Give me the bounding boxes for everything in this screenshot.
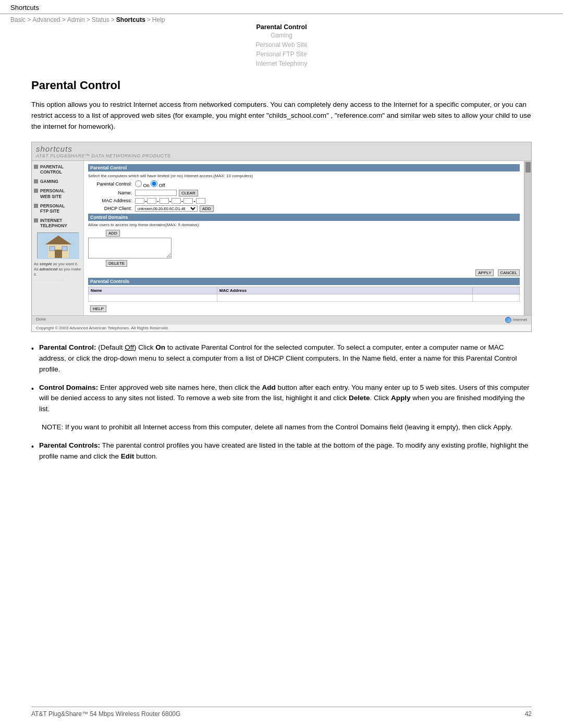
sim-apply-button[interactable]: APPLY	[475, 269, 494, 276]
sim-table-col-empty	[472, 287, 519, 294]
bullet-text-1b: ) Click	[134, 343, 155, 351]
sim-nav-gaming[interactable]: GAMING	[34, 179, 81, 184]
sim-internet-label: Internet	[513, 317, 527, 322]
note-apply-bold: Apply	[493, 423, 510, 431]
note-text-after: .	[510, 423, 512, 431]
bullet-section: • Parental Control: (Default Off) Click …	[31, 342, 532, 462]
bullet-delete-bold: Delete	[349, 394, 370, 402]
sim-cancel-button[interactable]: CANCEL	[498, 269, 520, 276]
sim-radio-off-label: Off	[159, 183, 165, 188]
breadcrumb-help[interactable]: Help	[152, 16, 165, 23]
top-bar-title: Shortcuts	[10, 4, 39, 11]
sim-parental-label: Parental Control:	[88, 181, 135, 187]
sim-nav-label-personal-ftp: PERSONALFTP SITE	[40, 203, 65, 214]
sim-nav-personal-web[interactable]: PERSONALWEB SITE	[34, 188, 81, 199]
sim-section-controls-table: Parental Controls	[88, 278, 520, 285]
sim-internet-indicator: Internet	[505, 317, 527, 323]
bullet-apply-bold: Apply	[391, 394, 411, 402]
bullet-text-3a: The parental control profiles you have c…	[39, 441, 528, 460]
sim-globe-icon	[505, 317, 511, 323]
main-content: Parental Control This option allows you …	[0, 73, 563, 480]
nav-item-parental-control[interactable]: Parental Control	[10, 23, 553, 31]
bullet-item-parental-controls: • Parental Controls: The parental contro…	[31, 440, 532, 462]
sim-mac-seg5[interactable]	[183, 198, 193, 204]
sim-nav-icon	[34, 189, 38, 193]
sim-nav-personal-ftp[interactable]: PERSONALFTP SITE	[34, 203, 81, 214]
bullet-text-domains: Control Domains: Enter approved web site…	[39, 382, 532, 415]
sim-radio-on-label: On	[143, 183, 150, 188]
sim-section-domains: Control Domains	[88, 214, 520, 221]
sim-delete-button[interactable]: DELETE	[106, 260, 127, 267]
sim-radio-on[interactable]: On	[135, 180, 150, 188]
page-footer: AT&T Plug&Share™ 54 Mbps Wireless Router…	[31, 707, 532, 718]
sim-nav-label-personal-web: PERSONALWEB SITE	[40, 188, 65, 199]
sim-dots: · · · · · · · · · · · · · · ·	[34, 278, 81, 282]
sim-copyright: Copyright © 2003 Advanced American Telep…	[32, 324, 531, 331]
breadcrumb-advanced[interactable]: Advanced	[32, 16, 60, 23]
sim-sidebar: PARENTALCONTROL GAMING PERSONALWEB SITE …	[32, 161, 84, 315]
sim-apply-cancel-row: APPLY CANCEL	[88, 269, 520, 276]
sim-mac-seg4[interactable]	[172, 198, 181, 204]
breadcrumb-status[interactable]: Status	[92, 16, 109, 23]
svg-rect-5	[62, 246, 67, 251]
screenshot-box: shortcuts AT&T PLUG&SHARE™ DATA NETWORKI…	[31, 142, 532, 332]
sim-help-row: HELP	[88, 305, 520, 312]
sim-radio-row: Parental Control: On Off	[88, 180, 520, 188]
breadcrumb-shortcuts[interactable]: Shortcuts	[116, 16, 145, 23]
sim-mac-seg1[interactable]	[135, 198, 144, 204]
sim-desc1: Select the computers which will have lim…	[88, 174, 520, 178]
sim-mac-seg2[interactable]	[147, 198, 156, 204]
sim-nav-icon	[34, 218, 38, 223]
sim-nav-internet-telephony[interactable]: INTERNETTELEPHONY	[34, 218, 81, 228]
bullet-text-1a: (Default	[98, 343, 125, 351]
sim-copyright-text: Copyright © 2003 Advanced American Telep…	[36, 326, 169, 330]
sim-body: PARENTALCONTROL GAMING PERSONALWEB SITE …	[32, 161, 531, 315]
sim-dhcp-select[interactable]: unknown,00-20-E0-6C-D1-46	[135, 205, 198, 212]
sim-nav-icon	[34, 204, 38, 208]
note-text-before: NOTE: If you want to prohibit all Intern…	[42, 423, 493, 431]
bullet-item-parental-control: • Parental Control: (Default Off) Click …	[31, 342, 532, 375]
bullet-text-3b: button.	[134, 452, 157, 460]
sim-dhcp-label: DHCP Client:	[88, 206, 135, 211]
sim-domain-textarea[interactable]	[88, 238, 172, 258]
sim-help-button[interactable]: HELP	[90, 305, 106, 312]
nav-item-personal-web-site[interactable]: Personal Web Site	[10, 40, 553, 50]
sim-add-button[interactable]: ADD	[200, 205, 214, 212]
breadcrumb-admin[interactable]: Admin	[67, 16, 85, 23]
sim-mac-seg3[interactable]	[160, 198, 169, 204]
sim-clear-button[interactable]: CLEAR	[179, 190, 198, 196]
nav-item-personal-ftp-site[interactable]: Personal FTP Site	[10, 50, 553, 59]
sim-parental-table: Name MAC Address	[88, 287, 520, 302]
sim-nav-icon	[34, 179, 38, 183]
bullet-text-2a: Enter approved web site names here, then…	[100, 384, 262, 391]
sim-scrollbar-thumb	[525, 162, 531, 172]
breadcrumb-basic[interactable]: Basic	[10, 16, 26, 23]
footer-left: AT&T Plug&Share™ 54 Mbps Wireless Router…	[31, 710, 180, 718]
sim-radio-off[interactable]: Off	[151, 180, 165, 188]
bullet-edit-bold: Edit	[121, 452, 134, 460]
sim-add-domain-button[interactable]: ADD	[106, 230, 120, 237]
sim-scrollbar[interactable]	[524, 161, 531, 315]
sim-status-bar: Done Internet	[32, 315, 531, 324]
sim-nav-parental-control[interactable]: PARENTALCONTROL	[34, 164, 81, 175]
nav-item-gaming[interactable]: Gaming	[10, 31, 553, 40]
note-text: NOTE: If you want to prohibit all Intern…	[42, 422, 532, 433]
sim-dhcp-row: DHCP Client: unknown,00-20-E0-6C-D1-46 A…	[88, 205, 520, 212]
sim-name-input[interactable]	[135, 190, 177, 196]
bullet-dot: •	[31, 384, 34, 395]
footer-right: 42	[525, 710, 532, 718]
side-nav: Parental Control Gaming Personal Web Sit…	[0, 23, 563, 73]
sim-mac-row: MAC Address: - - - - -	[88, 198, 520, 204]
sim-mac-seg6[interactable]	[196, 198, 205, 204]
sim-domain-delete-row: DELETE	[104, 260, 520, 267]
bullet-dot: •	[31, 441, 34, 453]
nav-item-internet-telephony[interactable]: Internet Telephony	[10, 59, 553, 68]
sim-mac-input: - - - - -	[135, 198, 205, 204]
table-row	[89, 294, 520, 301]
bullet-add-bold: Add	[262, 384, 276, 391]
sim-header-title: shortcuts	[36, 144, 170, 153]
bullet-off-underline: Off	[125, 343, 134, 351]
page-title: Parental Control	[31, 79, 532, 92]
bullet-dot: •	[31, 343, 34, 355]
sim-nav-label-gaming: GAMING	[40, 179, 58, 184]
